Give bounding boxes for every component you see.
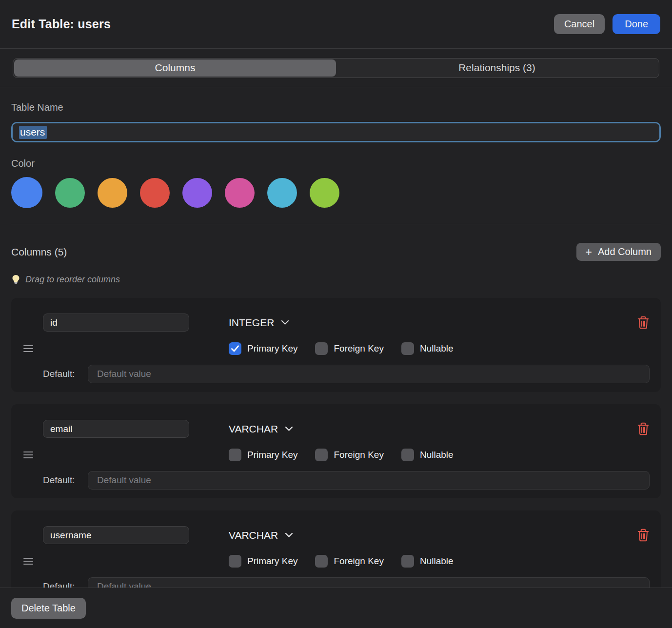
reorder-hint-text: Drag to reorder columns xyxy=(25,275,120,285)
color-swatches xyxy=(11,177,661,208)
add-column-button[interactable]: + Add Column xyxy=(576,243,661,261)
foreign-key-checkbox[interactable]: Foreign Key xyxy=(315,555,383,568)
chevron-down-icon xyxy=(281,320,289,325)
color-swatch[interactable] xyxy=(98,178,127,208)
columns-header-row: Columns (5) + Add Column xyxy=(11,243,661,261)
checkbox-label: Nullable xyxy=(420,450,454,460)
checkbox-label: Primary Key xyxy=(247,556,297,567)
default-value-input[interactable] xyxy=(88,577,650,588)
default-value-input[interactable] xyxy=(88,471,650,490)
delete-column-button[interactable] xyxy=(637,422,650,436)
tab-relationships[interactable]: Relationships (3) xyxy=(336,59,658,77)
column-type-value: INTEGER xyxy=(229,317,274,329)
column-type-select[interactable]: VARCHAR xyxy=(229,423,293,435)
checkbox-label: Primary Key xyxy=(247,343,297,354)
column-type-value: VARCHAR xyxy=(229,530,278,541)
color-label: Color xyxy=(11,158,661,169)
checkbox-box xyxy=(315,449,328,461)
trash-icon xyxy=(637,315,650,330)
table-name-label: Table Name xyxy=(11,102,661,113)
nullable-checkbox[interactable]: Nullable xyxy=(401,555,454,568)
section-divider xyxy=(11,224,661,224)
column-name-input[interactable] xyxy=(43,526,189,544)
plus-icon: + xyxy=(586,247,592,257)
nullable-checkbox[interactable]: Nullable xyxy=(401,342,454,355)
table-name-selected-text: users xyxy=(19,126,47,139)
checkbox-box xyxy=(401,555,414,568)
foreign-key-checkbox[interactable]: Foreign Key xyxy=(315,342,383,355)
default-label: Default: xyxy=(43,369,88,379)
chevron-down-icon xyxy=(285,532,293,538)
drag-handle-icon[interactable] xyxy=(23,558,33,565)
default-label: Default: xyxy=(43,475,88,486)
checkmark-icon xyxy=(231,345,239,352)
drag-handle-icon[interactable] xyxy=(23,451,33,458)
tab-columns[interactable]: Columns xyxy=(14,59,336,77)
checkbox-box xyxy=(315,555,328,568)
columns-list: INTEGER xyxy=(11,298,661,588)
columns-heading: Columns (5) xyxy=(11,246,67,258)
color-swatch[interactable] xyxy=(310,178,339,208)
cancel-button[interactable]: Cancel xyxy=(554,14,605,34)
checkbox-box xyxy=(229,449,241,461)
dialog-title: Edit Table: users xyxy=(12,17,111,31)
drag-handle-icon[interactable] xyxy=(23,345,33,352)
primary-key-checkbox[interactable]: Primary Key xyxy=(229,555,297,568)
checkbox-label: Nullable xyxy=(420,556,454,567)
dialog-content: Table Name users Color Columns (5) + Add… xyxy=(0,87,672,588)
trash-icon xyxy=(637,528,650,542)
color-swatch[interactable] xyxy=(55,178,85,208)
foreign-key-checkbox[interactable]: Foreign Key xyxy=(315,449,383,461)
chevron-down-icon xyxy=(285,426,293,432)
dialog-footer: Delete Table xyxy=(0,588,672,628)
delete-table-button[interactable]: Delete Table xyxy=(11,598,86,619)
column-type-value: VARCHAR xyxy=(229,423,278,435)
reorder-hint: Drag to reorder columns xyxy=(11,275,661,285)
checkbox-label: Foreign Key xyxy=(334,343,383,354)
color-swatch[interactable] xyxy=(11,177,42,208)
column-name-input[interactable] xyxy=(43,420,189,438)
checkbox-label: Foreign Key xyxy=(334,556,383,567)
checkbox-label: Nullable xyxy=(420,343,454,354)
color-swatch[interactable] xyxy=(182,178,212,208)
default-value-input[interactable] xyxy=(88,365,650,383)
column-card: VARCHAR xyxy=(11,510,661,588)
column-type-select[interactable]: VARCHAR xyxy=(229,530,293,541)
color-swatch[interactable] xyxy=(140,178,170,208)
checkbox-box xyxy=(401,449,414,461)
color-swatch[interactable] xyxy=(267,178,297,208)
primary-key-checkbox[interactable]: Primary Key xyxy=(229,342,297,355)
add-column-label: Add Column xyxy=(598,246,652,257)
tab-bar: Columns Relationships (3) xyxy=(0,49,672,87)
checkbox-box xyxy=(401,342,414,355)
column-name-input[interactable] xyxy=(43,314,189,332)
delete-column-button[interactable] xyxy=(637,315,650,330)
delete-column-button[interactable] xyxy=(637,528,650,542)
checkbox-label: Primary Key xyxy=(247,450,297,460)
primary-key-checkbox[interactable]: Primary Key xyxy=(229,449,297,461)
lightbulb-icon xyxy=(11,275,20,285)
nullable-checkbox[interactable]: Nullable xyxy=(401,449,454,461)
table-name-input[interactable]: users xyxy=(11,122,661,142)
column-type-select[interactable]: INTEGER xyxy=(229,317,289,329)
checkbox-box xyxy=(229,342,241,355)
checkbox-box xyxy=(315,342,328,355)
column-card: INTEGER xyxy=(11,298,661,392)
dialog-header: Edit Table: users Cancel Done xyxy=(0,0,672,49)
segmented-control: Columns Relationships (3) xyxy=(13,58,659,78)
color-swatch[interactable] xyxy=(225,178,255,208)
column-card: VARCHAR xyxy=(11,404,661,498)
trash-icon xyxy=(637,422,650,436)
default-label: Default: xyxy=(43,581,88,588)
checkbox-label: Foreign Key xyxy=(334,450,383,460)
done-button[interactable]: Done xyxy=(613,14,660,34)
checkbox-box xyxy=(229,555,241,568)
